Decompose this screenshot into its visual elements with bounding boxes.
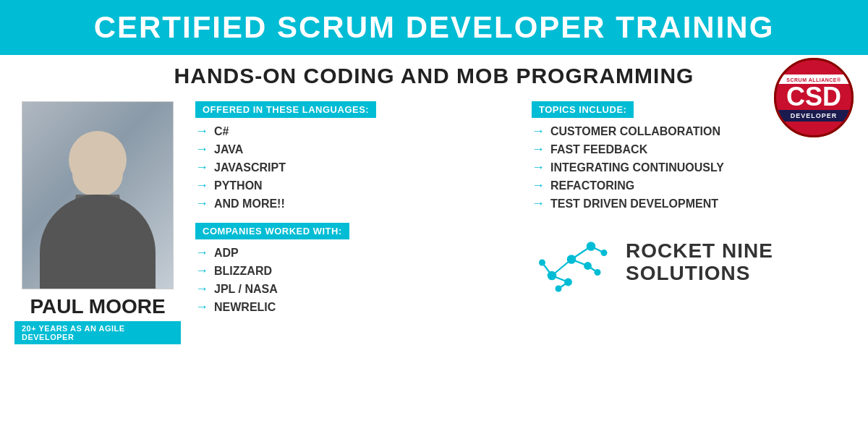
svg-point-13 [564,278,572,286]
list-item: BLIZZARD [195,263,517,278]
list-item: C# [195,124,517,139]
companies-section: COMPANIES WORKED WITH: ADP BLIZZARD JPL … [195,223,517,315]
subtitle: HANDS-ON CODING AND MOB PROGRAMMING [14,64,854,88]
main-content: PAUL MOORE 20+ YEARS AS AN AGILE DEVELOP… [0,94,868,412]
list-item: TEST DRIVEN DEVELOPMENT [532,196,854,211]
languages-label: OFFERED IN THESE LANGUAGES: [195,101,376,118]
list-item: REFACTORING [532,178,854,193]
list-item: ADP [195,245,517,260]
badge-outer: Scrum Alliance® CSD DEVELOPER [774,58,854,137]
face-detail [72,174,123,196]
middle-column: OFFERED IN THESE LANGUAGES: C# JAVA JAVA… [195,101,517,405]
languages-section: OFFERED IN THESE LANGUAGES: C# JAVA JAVA… [195,101,517,211]
list-item: PYTHON [195,178,517,193]
page-title: CERTIFIED SCRUM DEVELOPER TRAINING [14,10,854,45]
header-bar: CERTIFIED SCRUM DEVELOPER TRAINING [0,0,868,55]
list-item: AND MORE!! [195,196,517,211]
languages-list: C# JAVA JAVASCRIPT PYTHON AND MORE!! [195,124,517,211]
subheader: HANDS-ON CODING AND MOB PROGRAMMING [0,55,868,94]
badge-bottom: DEVELOPER [776,110,851,122]
svg-point-11 [584,262,592,270]
person-tagline: 20+ YEARS AS AN AGILE DEVELOPER [14,321,181,344]
svg-point-8 [548,271,557,281]
topics-label: TOPICS INCLUDE: [532,101,634,118]
person-name: PAUL MOORE [30,295,165,318]
badge-circle: Scrum Alliance® CSD DEVELOPER [774,58,854,137]
shirt-detail [61,195,134,289]
svg-point-12 [539,260,545,266]
list-item: INTEGRATING CONTINUOUSLY [532,160,854,175]
list-item: JAVASCRIPT [195,160,517,175]
svg-point-15 [601,250,608,256]
svg-point-10 [587,242,596,251]
badge-role-text: DEVELOPER [776,112,851,119]
person-photo [22,101,174,289]
svg-point-16 [556,286,562,292]
list-item: JPL / NASA [195,281,517,297]
csd-badge: Scrum Alliance® CSD DEVELOPER [774,58,854,137]
companies-label: COMPANIES WORKED WITH: [195,223,349,239]
list-item: FAST FEEDBACK [532,142,854,157]
brand-name: ROCKET NINESOLUTIONS [626,240,773,285]
network-logo-icon [532,230,611,295]
svg-point-9 [567,255,576,264]
left-column: PAUL MOORE 20+ YEARS AS AN AGILE DEVELOP… [14,101,181,405]
list-item: JAVA [195,142,517,157]
right-column: Scrum Alliance® CSD DEVELOPER TOPICS INC… [532,101,854,405]
svg-point-14 [595,269,601,276]
brand-section: ROCKET NINESOLUTIONS [532,230,854,295]
list-item: NEWRELIC [195,299,517,315]
companies-list: ADP BLIZZARD JPL / NASA NEWRELIC [195,245,517,315]
badge-code: CSD [786,84,841,110]
